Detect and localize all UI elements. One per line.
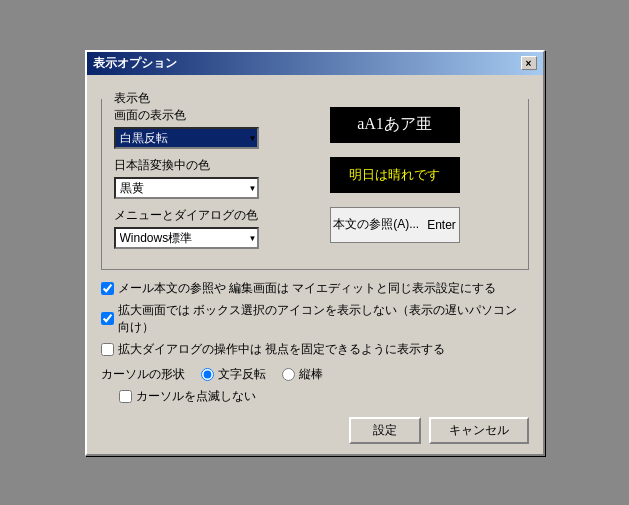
ime-color-row: 日本語変換中の色 黒黄 青白 緑白 ▼ 明日は晴れです <box>114 157 516 199</box>
cursor-radio-1-label[interactable]: 文字反転 <box>201 366 266 383</box>
ime-color-label: 日本語変換中の色 <box>114 157 274 174</box>
checkbox-row-1: メール本文の参照や 編集画面は マイエディットと同じ表示設定にする <box>101 280 529 297</box>
menu-color-preview: 本文の参照(A)... Enter <box>330 207 460 243</box>
menu-color-select-wrap: Windows標準 白黒 ダーク ▼ <box>114 227 259 249</box>
ok-button[interactable]: 設定 <box>349 417 421 444</box>
group-title: 表示色 <box>110 90 154 107</box>
checkbox-1[interactable] <box>101 282 114 295</box>
cursor-radio-2[interactable] <box>282 368 295 381</box>
screen-color-preview: aA1あア亜 <box>330 107 460 143</box>
screen-color-select[interactable]: 白黒反転 通常 白地黒文字 <box>114 127 259 149</box>
close-button[interactable]: × <box>521 56 537 70</box>
ime-color-left: 日本語変換中の色 黒黄 青白 緑白 ▼ <box>114 157 274 199</box>
menu-color-preview-area: 本文の参照(A)... Enter <box>274 207 516 243</box>
screen-color-left: 画面の表示色 白黒反転 通常 白地黒文字 ▼ <box>114 107 274 149</box>
menu-preview-text: 本文の参照(A)... <box>333 216 419 233</box>
dialog-body: 表示色 画面の表示色 白黒反転 通常 白地黒文字 ▼ aA1あア亜 <box>87 75 543 454</box>
cursor-blink-row: カーソルを点滅しない <box>101 388 529 405</box>
menu-color-left: メニューとダイアログの色 Windows標準 白黒 ダーク ▼ <box>114 207 274 249</box>
cancel-button[interactable]: キャンセル <box>429 417 529 444</box>
checkbox-3[interactable] <box>101 343 114 356</box>
ime-color-select[interactable]: 黒黄 青白 緑白 <box>114 177 259 199</box>
cursor-label: カーソルの形状 <box>101 366 185 383</box>
menu-color-label: メニューとダイアログの色 <box>114 207 274 224</box>
screen-color-row: 画面の表示色 白黒反転 通常 白地黒文字 ▼ aA1あア亜 <box>114 107 516 149</box>
ime-color-preview: 明日は晴れです <box>330 157 460 193</box>
checkbox-3-label[interactable]: 拡大ダイアログの操作中は 視点を固定できるように表示する <box>118 341 445 358</box>
cursor-section: カーソルの形状 文字反転 縦棒 カーソルを点滅しない <box>101 366 529 405</box>
cursor-blink-checkbox[interactable] <box>119 390 132 403</box>
cursor-radio-row: カーソルの形状 文字反転 縦棒 <box>101 366 529 383</box>
checkbox-2-label[interactable]: 拡大画面では ボックス選択のアイコンを表示しない（表示の遅いパソコン向け） <box>118 302 529 336</box>
menu-color-row: メニューとダイアログの色 Windows標準 白黒 ダーク ▼ 本文の参照(A)… <box>114 207 516 249</box>
checkbox-2[interactable] <box>101 312 114 325</box>
checkboxes-area: メール本文の参照や 編集画面は マイエディットと同じ表示設定にする 拡大画面では… <box>101 280 529 358</box>
ime-color-preview-area: 明日は晴れです <box>274 157 516 193</box>
screen-color-preview-area: aA1あア亜 <box>274 107 516 143</box>
dialog-window: 表示オプション × 表示色 画面の表示色 白黒反転 通常 白地黒文字 ▼ <box>85 50 545 456</box>
ime-color-select-wrap: 黒黄 青白 緑白 ▼ <box>114 177 259 199</box>
screen-color-select-wrap: 白黒反転 通常 白地黒文字 ▼ <box>114 127 259 149</box>
button-row: 設定 キャンセル <box>101 417 529 444</box>
display-color-group: 表示色 画面の表示色 白黒反転 通常 白地黒文字 ▼ aA1あア亜 <box>101 99 529 270</box>
checkbox-row-3: 拡大ダイアログの操作中は 視点を固定できるように表示する <box>101 341 529 358</box>
checkbox-1-label[interactable]: メール本文の参照や 編集画面は マイエディットと同じ表示設定にする <box>118 280 497 297</box>
title-bar: 表示オプション × <box>87 52 543 75</box>
menu-color-select[interactable]: Windows標準 白黒 ダーク <box>114 227 259 249</box>
cursor-blink-label[interactable]: カーソルを点滅しない <box>136 388 256 405</box>
checkbox-row-2: 拡大画面では ボックス選択のアイコンを表示しない（表示の遅いパソコン向け） <box>101 302 529 336</box>
screen-color-label: 画面の表示色 <box>114 107 274 124</box>
menu-preview-key: Enter <box>427 218 456 232</box>
cursor-radio-2-text: 縦棒 <box>299 366 323 383</box>
cursor-radio-1-text: 文字反転 <box>218 366 266 383</box>
dialog-title: 表示オプション <box>93 55 177 72</box>
cursor-radio-1[interactable] <box>201 368 214 381</box>
cursor-radio-2-label[interactable]: 縦棒 <box>282 366 323 383</box>
